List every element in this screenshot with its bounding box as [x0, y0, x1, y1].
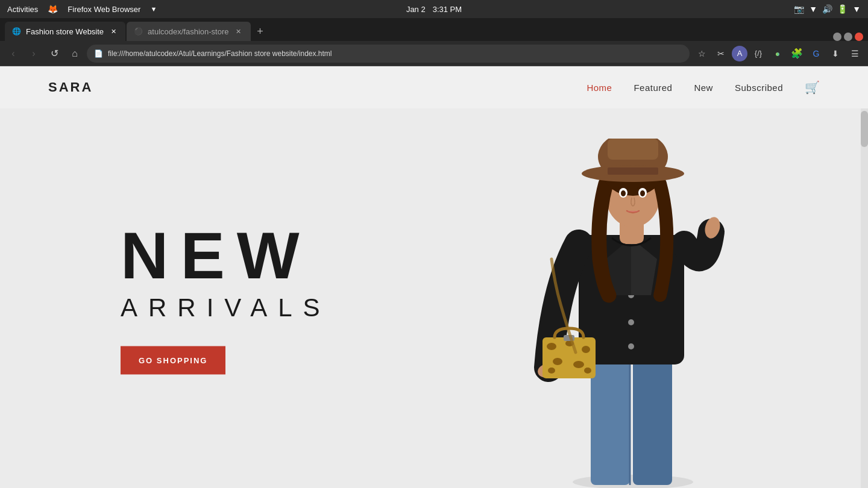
- site-nav-links: Home Featured New Subscribed 🛒: [587, 80, 820, 95]
- os-date: Jan 2: [406, 5, 426, 14]
- os-bar: Activities 🦊 Firefox Web Browser ▼ Jan 2…: [0, 0, 868, 18]
- maximize-button[interactable]: □: [844, 33, 852, 41]
- cart-icon[interactable]: 🛒: [805, 80, 820, 95]
- svg-rect-21: [608, 139, 658, 160]
- volume-icon[interactable]: 🔊: [822, 4, 832, 14]
- firefox-logo: 🦊: [48, 4, 58, 14]
- browser-chrome: 🌐 Fashion store Website ✕ ⚫ atulcodex/fa…: [0, 18, 868, 66]
- svg-point-25: [547, 343, 556, 350]
- hero-arrivals-text: ARRIVALS: [121, 293, 331, 322]
- hero-new-text: NEW: [121, 222, 331, 289]
- activities-label[interactable]: Activities: [7, 5, 38, 14]
- battery-icon: 🔋: [837, 4, 848, 14]
- svg-rect-23: [608, 167, 658, 175]
- close-button[interactable]: ✕: [855, 33, 863, 41]
- go-shopping-button[interactable]: GO SHOPPING: [121, 346, 225, 375]
- site-logo: SARA: [48, 80, 93, 95]
- url-lock-icon: 📄: [94, 49, 103, 58]
- camera-icon[interactable]: 📷: [794, 4, 804, 14]
- dev-tools-button[interactable]: {/}: [750, 45, 767, 62]
- tab-favicon-1: 🌐: [12, 27, 21, 36]
- tab-title-2: atulcodex/fashion-store: [148, 27, 228, 36]
- os-bar-right: 📷 ▼ 🔊 🔋 ▼: [794, 4, 861, 14]
- nav-link-featured[interactable]: Featured: [634, 83, 672, 93]
- os-time: 3:31 PM: [433, 5, 462, 14]
- forward-button[interactable]: ›: [25, 45, 42, 62]
- hero-section: NEW ARRIVALS GO SHOPPING: [0, 108, 868, 488]
- wifi-icon[interactable]: ▼: [809, 4, 817, 14]
- svg-point-7: [628, 319, 634, 325]
- extensions-button[interactable]: 🧩: [788, 45, 805, 62]
- svg-point-27: [582, 346, 590, 353]
- tab-github[interactable]: ⚫ atulcodex/fashion-store ✕: [127, 22, 250, 41]
- tab-close-2[interactable]: ✕: [234, 27, 244, 36]
- new-tab-button[interactable]: +: [252, 23, 269, 40]
- back-button[interactable]: ‹: [5, 45, 22, 62]
- os-bar-center: Jan 2 3:31 PM: [406, 5, 462, 14]
- svg-point-8: [628, 343, 634, 349]
- tab-title-1: Fashion store Website: [26, 27, 104, 36]
- model-svg: [518, 139, 747, 488]
- account-button[interactable]: A: [732, 46, 747, 61]
- download-button[interactable]: ⬇: [827, 45, 844, 62]
- svg-point-30: [548, 368, 555, 374]
- url-bar[interactable]: 📄 file:///home/atulcodex/Atul/Learnings/…: [87, 45, 690, 63]
- tab-favicon-2: ⚫: [134, 27, 143, 36]
- svg-point-29: [573, 361, 584, 368]
- website-content: SARA Home Featured New Subscribed 🛒 NEW …: [0, 66, 868, 488]
- screenshot-button[interactable]: ✂: [712, 45, 729, 62]
- nav-link-subscribed[interactable]: Subscribed: [735, 83, 783, 93]
- firefox-sync-button[interactable]: ●: [769, 45, 786, 62]
- tab-bar: 🌐 Fashion store Website ✕ ⚫ atulcodex/fa…: [0, 18, 868, 41]
- menu-button[interactable]: ☰: [846, 45, 863, 62]
- svg-point-19: [640, 190, 645, 196]
- tab-close-1[interactable]: ✕: [108, 27, 118, 36]
- svg-rect-1: [591, 355, 630, 485]
- svg-point-18: [621, 190, 626, 196]
- minimize-button[interactable]: —: [833, 33, 841, 41]
- bookmark-button[interactable]: ☆: [693, 45, 710, 62]
- window-controls: — □ ✕: [833, 33, 863, 41]
- home-button[interactable]: ⌂: [66, 45, 83, 62]
- svg-point-28: [553, 358, 562, 365]
- google-button[interactable]: G: [808, 45, 825, 62]
- dropdown-arrow[interactable]: ▼: [150, 5, 157, 13]
- nav-link-new[interactable]: New: [694, 83, 713, 93]
- nav-link-home[interactable]: Home: [587, 83, 612, 93]
- nav-tools: ☆ ✂ A {/} ● 🧩 G ⬇ ☰: [693, 45, 863, 62]
- tab-fashion-store[interactable]: 🌐 Fashion store Website ✕: [5, 22, 125, 41]
- scrollbar-thumb[interactable]: [861, 111, 868, 147]
- svg-point-31: [584, 368, 591, 374]
- svg-rect-2: [633, 355, 672, 485]
- os-bar-left: Activities 🦊 Firefox Web Browser ▼: [7, 4, 157, 14]
- site-navbar: SARA Home Featured New Subscribed 🛒: [0, 66, 868, 108]
- system-menu-icon[interactable]: ▼: [852, 4, 861, 14]
- hero-model-image: [518, 139, 747, 488]
- scrollbar[interactable]: [861, 108, 868, 488]
- url-text[interactable]: file:///home/atulcodex/Atul/Learnings/Fa…: [108, 49, 332, 58]
- hero-text: NEW ARRIVALS GO SHOPPING: [121, 222, 331, 375]
- nav-bar: ‹ › ↺ ⌂ 📄 file:///home/atulcodex/Atul/Le…: [0, 41, 868, 66]
- reload-button[interactable]: ↺: [46, 45, 63, 62]
- browser-label: Firefox Web Browser: [68, 5, 140, 14]
